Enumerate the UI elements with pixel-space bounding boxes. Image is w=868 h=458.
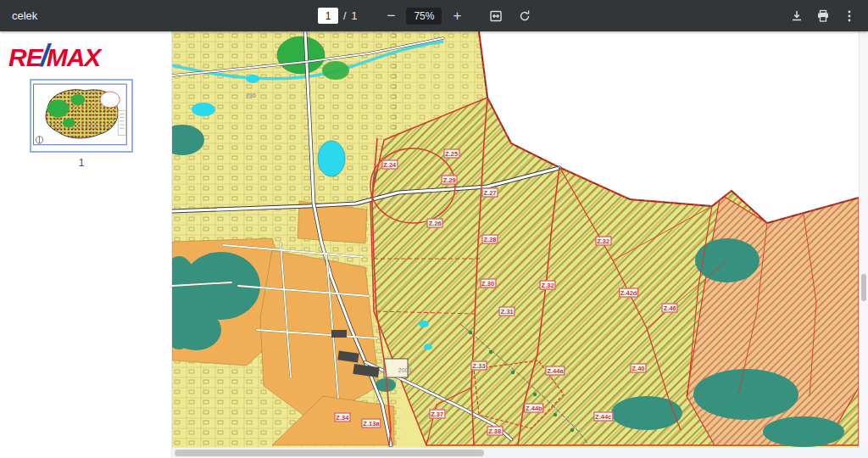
- zoom-out-icon: −: [387, 8, 395, 25]
- vertical-scrollbar-thumb[interactable]: [861, 274, 866, 301]
- remax-logo: RE/MAX: [8, 38, 171, 74]
- page-separator: /: [343, 10, 346, 22]
- zone-label: Z.40: [630, 364, 646, 373]
- zone-label: Z.37: [429, 409, 445, 418]
- logo-re: RE: [8, 43, 42, 71]
- horizontal-scrollbar-thumb[interactable]: [175, 450, 484, 456]
- zone-label: Z.32: [595, 236, 611, 245]
- zone-label: Z.28: [482, 235, 498, 244]
- zoning-map: [172, 31, 859, 447]
- zone-label: Z.42d: [619, 288, 639, 298]
- zone-label: Z.24: [381, 159, 398, 169]
- toolbar-center-controls: / 1 − 75% +: [318, 4, 537, 28]
- zone-label: Z.46: [662, 304, 678, 313]
- zone-label: Z.38: [487, 426, 503, 435]
- document-title: celek: [12, 9, 37, 22]
- zone-label: Z.32: [540, 281, 556, 290]
- page-thumbnail[interactable]: 1: [30, 79, 133, 169]
- thumbnail-sidebar: RE/MAX: [0, 31, 172, 458]
- pdf-viewer[interactable]: Z.24Z.25Z.29Z.27Z.26Z.28Z.32Z.30Z.32Z.42…: [172, 31, 868, 458]
- page-thumbnail-image[interactable]: [30, 79, 133, 153]
- zone-label: Z.25: [443, 148, 459, 158]
- zoom-in-button[interactable]: +: [445, 4, 469, 28]
- fit-page-button[interactable]: [484, 4, 508, 28]
- horizontal-scrollbar[interactable]: [172, 447, 859, 458]
- zoom-in-icon: +: [453, 8, 462, 25]
- zone-label: Z.27: [482, 187, 498, 197]
- zone-label: Z.13a: [361, 419, 381, 428]
- page-total: 1: [351, 10, 357, 22]
- more-vertical-icon: [843, 9, 856, 23]
- zone-label: Z.33: [471, 361, 487, 371]
- zoom-level-display[interactable]: 75%: [406, 8, 442, 25]
- page-number-input[interactable]: [318, 8, 338, 24]
- zone-label: Z.44b: [524, 403, 544, 412]
- pdf-toolbar: celek / 1 − 75% +: [0, 0, 868, 31]
- thumbnail-page-number: 1: [30, 157, 133, 169]
- zone-label: Z.31: [499, 307, 515, 316]
- more-options-button[interactable]: [837, 4, 861, 28]
- zone-label: Z.34: [334, 412, 350, 422]
- map-page[interactable]: Z.24Z.25Z.29Z.27Z.26Z.28Z.32Z.30Z.32Z.42…: [172, 31, 859, 447]
- rotate-icon: [518, 9, 531, 23]
- toolbar-right-controls: [785, 4, 861, 28]
- zone-label: Z.29: [442, 175, 458, 184]
- print-button[interactable]: [811, 4, 835, 28]
- logo-max: MAX: [47, 43, 101, 71]
- scrollbar-corner: [859, 447, 868, 458]
- zone-label: Z.26: [427, 218, 443, 227]
- zone-label: Z.30: [480, 279, 496, 288]
- download-icon: [790, 9, 804, 23]
- zoom-out-button[interactable]: −: [379, 4, 403, 28]
- download-button[interactable]: [785, 4, 809, 28]
- map-annotation: 226: [246, 92, 256, 98]
- print-icon: [816, 9, 830, 23]
- vertical-scrollbar[interactable]: [859, 31, 868, 447]
- zone-label: Z.44c: [593, 411, 613, 421]
- rotate-button[interactable]: [513, 4, 537, 28]
- zone-label: Z.44a: [545, 366, 565, 375]
- fit-page-icon: [489, 9, 503, 23]
- map-annotation: 2000: [398, 366, 412, 372]
